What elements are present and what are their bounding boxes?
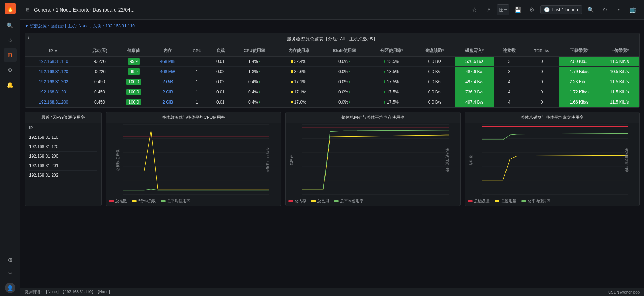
cell-download: 2.23 Kib... [559,77,599,87]
legend-color-used-mem [311,200,316,202]
col-download[interactable]: 下载带宽* [559,45,599,57]
col-upload[interactable]: 上传带宽* [599,45,639,57]
table-row[interactable]: 192.168.31.201 0.450 100.0 2 GiB 1 0.01 … [25,87,639,97]
cell-partition: 17.5% [368,87,415,97]
memory-chart-panel: 整体总内存与整体平均内存使用率 总内存 平均内存使用率 7 GiB 6 GiB … [285,112,460,206]
col-cpu[interactable]: CPU [185,45,209,57]
col-mem-usage[interactable]: 内存使用率 [277,45,321,57]
settings-button[interactable]: ⚙ [526,4,537,15]
add-panel-button[interactable]: ⊞+ [497,4,509,15]
col-disk-write[interactable]: 磁盘写入* [455,45,494,57]
cell-cpu-usage: 1.3% [232,67,277,77]
legend-color-avg-disk [521,200,526,202]
tv-mode-button[interactable]: 📺 [627,4,638,15]
cell-cpu: 1 [185,97,209,107]
legend-label-used-mem: 总已用 [317,198,329,204]
ip-list-item[interactable]: 192.168.31.120 [29,142,97,152]
clock-icon: 🕐 [544,7,550,12]
cell-tcp-tw: 0 [524,97,559,107]
cell-partition: 13.5% [368,57,415,67]
time-range-picker[interactable]: 🕐 Last 1 hour ▾ [540,5,582,14]
legend-label-avg-disk: 总平均使用率 [528,198,551,204]
cell-disk-read: 0.0 B/s [415,57,455,67]
share-button[interactable]: ↗ [483,4,494,15]
col-load[interactable]: 负载 [209,45,232,57]
refresh-dropdown-button[interactable]: ▾ [613,4,624,15]
cell-ip: 192.168.31.110 [25,57,82,67]
mem-left-axis: 总内存 [289,155,294,165]
cell-tcp-tw: 0 [524,57,559,67]
table-row[interactable]: 192.168.31.202 0.450 100.0 2 GiB 1 0.02 … [25,77,639,87]
legend-color-cores [109,200,114,202]
sidebar: 🔥 🔍 ☆ ⊞ ⊕ 🔔 ⚙ 🛡 👤 [0,0,20,296]
refresh-button[interactable]: ↻ [599,4,610,15]
ip-list-item[interactable]: 192.168.31.110 [29,133,97,142]
resource-bar[interactable]: ▼ 资源总览：当前选中主机: None，头例：192.168.31.110 [25,22,640,30]
cell-mem-usage: 17.1% [277,77,321,87]
table-row[interactable]: 192.168.31.120 -0.226 99.9 468 MiB 1 0.0… [25,67,639,77]
bottom-panels-row: 最近7天P99资源使用率 IP 192.168.31.110192.168.31… [25,112,640,206]
sidebar-item-config[interactable]: ⚙ [4,253,17,267]
cell-health: 100.0 [117,77,150,87]
col-disk-read[interactable]: 磁盘读取* [415,45,455,57]
col-memory[interactable]: 内存 [150,45,185,57]
sidebar-item-explore[interactable]: ⊕ [4,63,17,77]
cell-cpu-usage: 0.4% [232,77,277,87]
cell-partition: 17.5% [368,77,415,87]
cell-tcp-tw: 0 [524,67,559,77]
sidebar-item-star[interactable]: ☆ [4,34,17,47]
disk-right-axis: 平均磁盘使用率 [624,148,629,172]
sidebar-item-alerting[interactable]: 🔔 [4,78,17,91]
cell-upload: 11.5 Kib/s [599,97,639,107]
mem-right-axis: 平均内存使用率 [445,148,450,172]
legend-label-usage: 总平均使用率 [167,198,190,204]
main-table-panel: 服务器资源总览表【分组: All，主机总数: 5】 ℹ IP ▼ 启动(天) 健… [25,33,640,108]
legend-avg-usage: 总平均使用率 [161,198,190,204]
col-io-util[interactable]: IOutil使用率 [321,45,368,57]
disk-left-axis: 总磁盘 [469,155,474,165]
ip-list-item[interactable]: 192.168.31.201 [29,161,97,171]
col-cpu-usage[interactable]: CPU使用率 [232,45,277,57]
star-button[interactable]: ☆ [469,4,480,15]
col-uptime[interactable]: 启动(天) [82,45,117,57]
legend-color-avg-mem [334,200,339,202]
disk-chart-title: 整体总磁盘与整体平均磁盘使用率 [465,112,639,123]
time-label: Last 1 hour [552,7,575,12]
sidebar-item-search[interactable]: 🔍 [4,19,17,32]
cell-io-util: 0.0% [321,57,368,67]
cpu-chart-svg: 6 5 4 3 2 0 25.0% 20.0% 15.0% 10.0% 5.0%… [123,124,269,195]
memory-legend: 总内存 总已用 总平均使用率 [286,197,460,206]
cell-cpu: 1 [185,87,209,97]
app-logo[interactable]: 🔥 [5,3,16,14]
cell-memory: 2 GiB [150,97,185,107]
disk-chart-panel: 整体总磁盘与整体平均磁盘使用率 总磁盘 平均磁盘使用率 75 GiB 56 Gi… [465,112,640,206]
cpu-left-axis: 总核数/总负载 [115,149,120,171]
chevron-down-icon: ▾ [577,8,578,12]
table-row[interactable]: 192.168.31.110 -0.226 99.9 468 MiB 1 0.0… [25,57,639,67]
cpu-chart-title: 整体总负载与整体平均CPU使用率 [106,112,281,123]
sidebar-item-shield[interactable]: 🛡 [4,268,17,281]
cell-memory: 2 GiB [150,77,185,87]
ip-list-item[interactable]: 192.168.31.202 [29,171,97,180]
table-row[interactable]: 192.168.31.200 0.450 100.0 2 GiB 1 0.01 … [25,97,639,107]
ip-list-item[interactable]: 192.168.31.200 [29,152,97,161]
cell-load: 0.01 [209,87,232,97]
legend-color-used-disk [495,200,499,202]
legend-color-total-mem [288,200,293,202]
col-connections[interactable]: 连接数 [494,45,524,57]
legend-color-usage [161,200,166,202]
zoom-out-button[interactable]: 🔍 [585,4,596,15]
save-button[interactable]: 💾 [512,4,523,15]
sidebar-item-avatar[interactable]: 👤 [5,283,15,293]
legend-5min-load: 5分钟负载 [132,198,156,204]
col-partition[interactable]: 分区使用率* [368,45,415,57]
p99-panel: 最近7天P99资源使用率 IP 192.168.31.110192.168.31… [25,112,102,206]
legend-label-total-disk: 总磁盘量 [474,198,490,204]
cell-ip: 192.168.31.200 [25,97,82,107]
sidebar-item-dashboards[interactable]: ⊞ [4,48,17,62]
col-ip[interactable]: IP ▼ [25,45,82,57]
cell-upload: 11.5 Kib/s [599,87,639,97]
col-tcp-tw[interactable]: TCP_tw [524,45,559,57]
cell-io-util: 0.0% [321,97,368,107]
col-health[interactable]: 健康值 [117,45,150,57]
